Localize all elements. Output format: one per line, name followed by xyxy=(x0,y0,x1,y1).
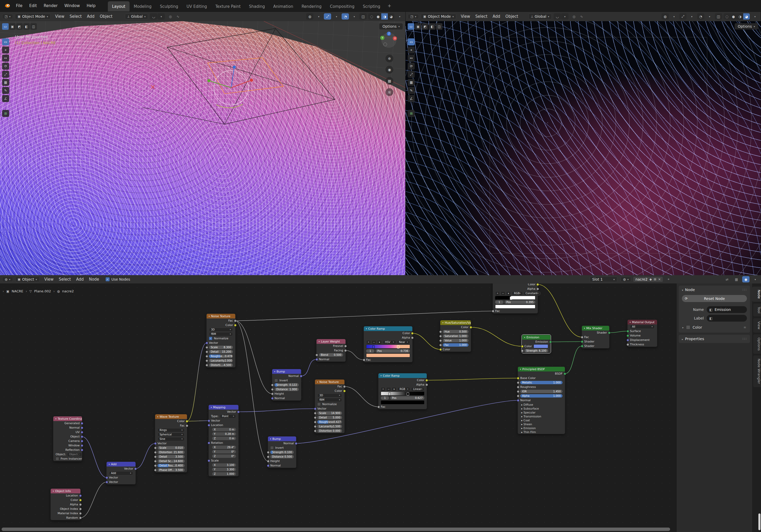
node-header[interactable]: ▾Bump xyxy=(272,369,301,374)
proportional-icon[interactable]: ◎ xyxy=(570,13,578,20)
socket[interactable] xyxy=(411,337,414,339)
node-header[interactable]: ▾Color Ramp xyxy=(364,326,412,331)
properties-panel[interactable]: ▸Properties∷∷ xyxy=(679,335,750,343)
node-slider[interactable]: Roughness0.427 xyxy=(317,420,342,424)
node-link[interactable] xyxy=(565,346,582,374)
socket[interactable] xyxy=(439,348,442,351)
node-slider[interactable]: Strength0.122 xyxy=(274,383,299,387)
tool-button-5[interactable]: ▦ xyxy=(408,79,415,86)
node-slider[interactable]: Saturation1.000 xyxy=(443,334,469,338)
ramp-stop[interactable] xyxy=(388,392,391,396)
node-slider[interactable]: Distance0.500 xyxy=(270,455,294,458)
node-link[interactable] xyxy=(471,327,522,346)
collapse-icon[interactable]: ▾ xyxy=(366,328,367,330)
node-slider[interactable]: Strength6.100 xyxy=(524,349,548,352)
socket[interactable] xyxy=(267,451,269,454)
fake-user-shield-icon[interactable]: ◆ xyxy=(650,278,652,281)
node-noise1[interactable]: ▾Noise TextureFacColor3D▾fBM▾✓NormalizeV… xyxy=(206,313,236,368)
collapse-icon[interactable]: ▾ xyxy=(53,490,54,492)
use-nodes-toggle[interactable]: ✓ Use Nodes xyxy=(105,277,130,281)
node-layerweight[interactable]: ▾Layer WeightFresnelFacingBlend0.500Norm… xyxy=(316,339,346,362)
vector-component-slider[interactable]: X0 m xyxy=(212,428,236,431)
node-link[interactable] xyxy=(82,437,107,478)
vector-component-slider[interactable]: X29.4° xyxy=(212,446,236,449)
add-workspace-button[interactable]: + xyxy=(384,0,394,12)
menu-node[interactable]: Node xyxy=(86,277,102,282)
socket[interactable] xyxy=(314,425,317,428)
editor-type-button[interactable]: ◍▾ xyxy=(2,277,13,282)
socket[interactable] xyxy=(205,364,208,366)
menu-edit[interactable]: Edit xyxy=(26,0,40,12)
tool-button-5[interactable]: ▦ xyxy=(2,79,9,86)
socket[interactable] xyxy=(521,345,524,348)
pin-icon[interactable]: ⌖ xyxy=(665,276,672,283)
tool-button-7[interactable]: ∠ xyxy=(2,95,9,102)
node-slider[interactable]: Detail15.200 xyxy=(209,350,233,353)
socket[interactable] xyxy=(79,508,82,510)
color-swatch[interactable] xyxy=(495,305,535,308)
grid-toggle-icon[interactable]: ⊞ xyxy=(385,88,393,96)
workspace-tab-animation[interactable]: Animation xyxy=(269,1,297,12)
orientation-select[interactable]: ⟂Global▾ xyxy=(528,14,552,19)
shading-rendered-icon[interactable]: ◕ xyxy=(743,13,750,20)
workspace-tab-shading[interactable]: Shading xyxy=(245,1,269,12)
socket[interactable] xyxy=(314,407,317,410)
socket[interactable] xyxy=(344,349,347,352)
socket[interactable] xyxy=(295,442,297,445)
reset-node-button[interactable]: ⟳Reset Node xyxy=(682,295,747,302)
socket[interactable] xyxy=(378,406,380,408)
tool-button-7[interactable]: ∠ xyxy=(408,95,415,102)
menu-object[interactable]: Object xyxy=(97,14,115,19)
socket[interactable] xyxy=(207,442,210,444)
socket[interactable] xyxy=(267,460,269,462)
node-header[interactable]: ▾Layer Weight xyxy=(317,339,345,344)
color-swatch[interactable] xyxy=(534,344,548,348)
shader-node-editor[interactable]: ◍▾ ▣Object▾ ViewSelectAddNode ✓ Use Node… xyxy=(0,275,761,532)
node-slider[interactable]: Lacunarity2.000 xyxy=(209,359,233,362)
socket[interactable] xyxy=(105,476,108,479)
node-header[interactable]: ▾Mix Shader xyxy=(582,326,609,331)
node-label-field[interactable]: ◧ xyxy=(707,315,747,322)
socket[interactable] xyxy=(439,339,442,342)
color-expand-arrow[interactable]: ▸ xyxy=(682,326,684,329)
shading-wireframe-icon[interactable]: ◌ xyxy=(724,13,730,20)
node-slider[interactable]: Roughne...0.478 xyxy=(209,354,233,358)
node-link[interactable] xyxy=(301,359,317,376)
vector-component-slider[interactable]: Y0° xyxy=(212,450,236,453)
node-add[interactable]: ▾AddVectorAdd▾VectorVector xyxy=(106,461,136,485)
stop-position-field[interactable]: Pos0.736 xyxy=(376,349,410,353)
vector-component-slider[interactable]: X3.100 xyxy=(212,463,236,467)
socket[interactable] xyxy=(205,355,208,358)
add-stop-button[interactable]: ＋ xyxy=(381,387,385,391)
shading-dropdown[interactable]: ▾ xyxy=(751,13,759,20)
visibility-icon-dropdown[interactable]: ▾ xyxy=(671,13,678,20)
socket[interactable] xyxy=(205,346,208,349)
shading-solid-icon[interactable]: ● xyxy=(375,13,381,20)
ramp-stop[interactable] xyxy=(495,296,498,300)
node-slider[interactable]: Alpha1.000 xyxy=(520,394,562,398)
node-dropdown[interactable]: 3D▾ xyxy=(209,328,233,332)
node-header[interactable]: ▾Emission xyxy=(522,335,551,340)
sidebar-tab-tool[interactable]: Tool xyxy=(753,303,761,316)
menu-select[interactable]: Select xyxy=(473,14,490,19)
sidebar-tab-options[interactable]: Options xyxy=(753,334,761,354)
material-slot-select[interactable]: Slot 1▾ xyxy=(590,277,617,282)
stop-index-field[interactable]: 1 xyxy=(495,300,503,304)
socket[interactable] xyxy=(343,390,346,392)
socket[interactable] xyxy=(426,379,428,382)
stop-position-field[interactable]: Pos0.627 xyxy=(390,396,424,399)
socket[interactable] xyxy=(186,424,188,427)
node-link[interactable] xyxy=(187,343,207,421)
node-dropdown[interactable]: fBM▾ xyxy=(209,332,233,336)
color-checkbox[interactable] xyxy=(686,325,690,329)
socket[interactable] xyxy=(626,334,629,337)
socket[interactable] xyxy=(517,381,519,384)
socket[interactable] xyxy=(79,499,82,502)
socket[interactable] xyxy=(154,455,157,458)
ramp-stop[interactable] xyxy=(372,346,375,348)
tool-button-1[interactable]: ⌖ xyxy=(2,46,9,54)
node-link[interactable] xyxy=(187,421,209,421)
node-link[interactable] xyxy=(538,285,582,337)
node-slider[interactable]: Distance1.000 xyxy=(274,388,299,391)
collapse-icon[interactable]: ▾ xyxy=(319,341,320,343)
